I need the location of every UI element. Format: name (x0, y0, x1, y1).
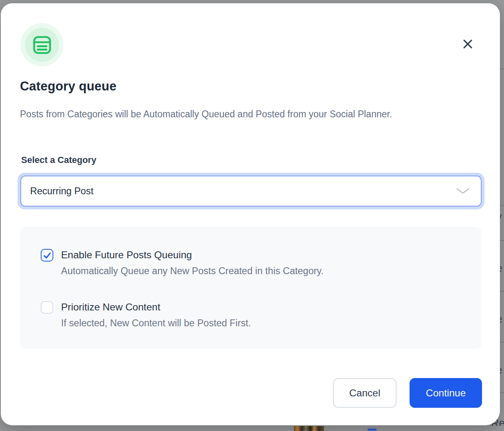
background-row-divider (500, 342, 504, 343)
background-row-divider (500, 205, 504, 206)
dialog-title: Category queue (20, 79, 116, 94)
screen: y e e e Re Cate (0, 0, 504, 431)
option-description: If selected, New Content will be Posted … (61, 317, 251, 330)
queue-list-icon (33, 35, 52, 55)
background-page-sliver-bottom (0, 426, 504, 431)
checkmark-icon (43, 251, 52, 260)
background-row-divider (500, 68, 504, 69)
option-description: Automatically Queue any New Posts Create… (61, 264, 324, 278)
select-category-label: Select a Category (21, 155, 96, 165)
option-text: Enable Future Posts Queuing Automaticall… (61, 248, 324, 278)
close-icon (462, 38, 473, 50)
category-select[interactable]: Recurring Post (20, 176, 482, 207)
close-button[interactable] (461, 37, 474, 51)
option-text: Prioritize New Content If selected, New … (61, 300, 251, 330)
category-queue-dialog: Category queue Posts from Categories wil… (1, 3, 500, 425)
queue-icon-badge-inner (25, 28, 59, 62)
chevron-down-icon (456, 188, 469, 194)
background-row-divider (500, 291, 504, 292)
background-row-divider (500, 392, 504, 393)
option-row-enable-future-posts: Enable Future Posts Queuing Automaticall… (41, 248, 465, 278)
dialog-description: Posts from Categories will be Automatica… (20, 106, 464, 122)
enable-future-posts-checkbox[interactable] (41, 249, 53, 262)
options-panel: Enable Future Posts Queuing Automaticall… (20, 227, 482, 349)
option-label[interactable]: Prioritize New Content (61, 300, 251, 314)
cancel-button[interactable]: Cancel (333, 378, 397, 408)
category-select-value: Recurring Post (30, 186, 456, 197)
queue-icon-badge (20, 23, 64, 66)
category-select-focus-ring: Recurring Post (18, 173, 484, 209)
background-row-divider (500, 240, 504, 241)
prioritize-new-content-checkbox[interactable] (41, 301, 53, 314)
background-photo-thumbnail (294, 426, 324, 431)
continue-button[interactable]: Continue (410, 378, 482, 408)
option-row-prioritize-new-content: Prioritize New Content If selected, New … (41, 300, 465, 330)
option-label[interactable]: Enable Future Posts Queuing (61, 248, 324, 262)
background-blue-element (368, 429, 377, 431)
